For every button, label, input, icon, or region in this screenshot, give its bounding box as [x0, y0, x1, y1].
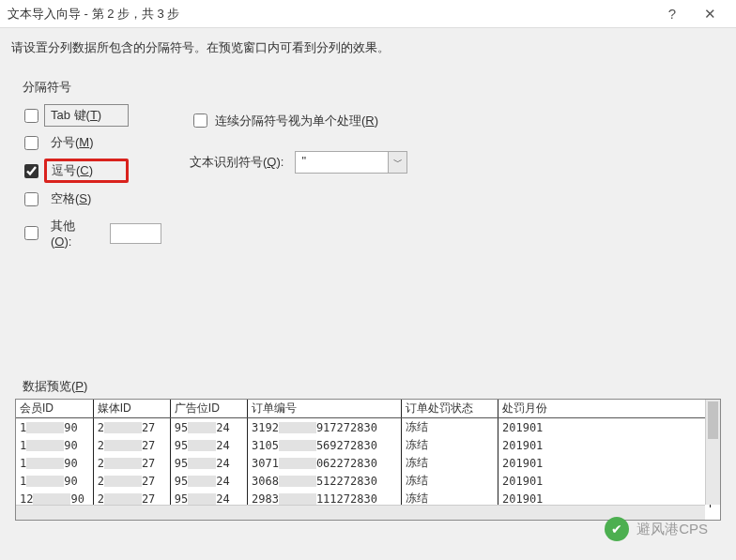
window-title: 文本导入向导 - 第 2 步，共 3 步 — [8, 6, 653, 23]
table-row: 19022795243105569272830冻结201901 — [16, 436, 711, 454]
table-cell: 9524 — [170, 454, 247, 472]
consecutive-option[interactable]: 连续分隔符号视为单个处理(R) — [190, 111, 715, 130]
label-space: 空格(S) — [44, 188, 129, 210]
chevron-down-icon[interactable]: ﹀ — [388, 152, 406, 173]
preview-pane: 会员ID 媒体ID 广告位ID 订单编号 订单处罚状态 处罚月份 1902279… — [15, 399, 721, 521]
table-cell: 201901 — [498, 472, 711, 490]
col-header-media: 媒体ID — [93, 400, 170, 418]
table-cell: 190 — [16, 472, 93, 490]
checkbox-other[interactable] — [24, 226, 38, 240]
table-row: 19022795243192917272830冻结201901 — [16, 418, 711, 437]
watermark: ✔ 避风港CPS — [605, 517, 708, 541]
label-tab: Tab 键(T) — [44, 104, 129, 127]
title-bar: 文本导入向导 - 第 2 步，共 3 步 ? ✕ — [0, 0, 736, 28]
table-cell: 227 — [93, 454, 170, 472]
qualifier-value: " — [296, 152, 388, 173]
table-cell: 9524 — [170, 472, 247, 490]
label-semicolon: 分号(M) — [44, 131, 129, 154]
delimiter-group: 分隔符号 Tab 键(T) 分号(M) 逗号(C) 空格(S) — [11, 69, 725, 265]
col-header-ad: 广告位ID — [170, 400, 247, 418]
table-cell: 201901 — [498, 418, 711, 437]
table-cell: 3105569272830 — [247, 436, 401, 454]
delimiter-options: Tab 键(T) 分号(M) 逗号(C) 空格(S) 其他(O): — [21, 99, 161, 256]
horizontal-scrollbar[interactable] — [16, 505, 705, 520]
checkbox-space[interactable] — [24, 192, 38, 206]
delimiter-other[interactable]: 其他(O): — [21, 215, 161, 251]
vertical-scrollbar[interactable] — [705, 400, 720, 505]
delimiter-group-label: 分隔符号 — [19, 79, 75, 96]
label-other: 其他(O): — [44, 215, 102, 251]
table-cell: 227 — [93, 418, 170, 437]
close-button[interactable]: ✕ — [691, 6, 728, 23]
delimiter-tab[interactable]: Tab 键(T) — [21, 104, 161, 127]
table-cell: 190 — [16, 418, 93, 437]
label-consecutive: 连续分隔符号视为单个处理(R) — [215, 113, 378, 129]
delimiter-space[interactable]: 空格(S) — [21, 188, 161, 210]
table-cell: 227 — [93, 436, 170, 454]
table-cell: 3071062272830 — [247, 454, 401, 472]
preview-table: 会员ID 媒体ID 广告位ID 订单编号 订单处罚状态 处罚月份 1902279… — [16, 400, 711, 507]
preview-label: 数据预览(P) — [19, 378, 91, 395]
watermark-logo-icon: ✔ — [605, 517, 629, 541]
table-cell: 201901 — [498, 436, 711, 454]
table-cell: 冻结 — [402, 454, 498, 472]
table-cell: 冻结 — [402, 436, 498, 454]
label-qualifier: 文本识别符号(Q): — [190, 154, 284, 171]
table-cell: 3192917272830 — [247, 418, 401, 437]
qualifier-select[interactable]: " ﹀ — [295, 151, 407, 174]
preview-group: 数据预览(P) 会员ID 媒体ID 广告位ID 订单编号 订单处罚状态 处罚月份… — [11, 369, 725, 522]
text-qualifier-row: 文本识别符号(Q): " ﹀ — [190, 151, 715, 174]
checkbox-tab[interactable] — [24, 109, 38, 123]
table-cell: 190 — [16, 436, 93, 454]
col-header-status: 订单处罚状态 — [402, 400, 498, 418]
checkbox-semicolon[interactable] — [24, 136, 38, 150]
table-row: 19022795243068512272830冻结201901 — [16, 472, 711, 490]
watermark-text: 避风港CPS — [636, 521, 708, 538]
table-cell: 201901 — [498, 454, 711, 472]
label-comma: 逗号(C) — [44, 159, 129, 183]
checkbox-comma[interactable] — [24, 164, 38, 178]
other-delimiter-input[interactable] — [110, 223, 161, 244]
col-header-month: 处罚月份 — [498, 400, 711, 418]
col-header-member: 会员ID — [16, 400, 93, 418]
table-cell: 3068512272830 — [247, 472, 401, 490]
table-cell: 9524 — [170, 436, 247, 454]
table-row: 19022795243071062272830冻结201901 — [16, 454, 711, 472]
table-cell: 190 — [16, 454, 93, 472]
table-cell: 冻结 — [402, 472, 498, 490]
table-cell: 227 — [93, 472, 170, 490]
delimiter-semicolon[interactable]: 分号(M) — [21, 131, 161, 154]
scrollbar-thumb[interactable] — [708, 401, 718, 439]
checkbox-consecutive[interactable] — [193, 114, 207, 128]
help-button[interactable]: ? — [653, 6, 691, 22]
col-header-order: 订单编号 — [247, 400, 401, 418]
instruction-text: 请设置分列数据所包含的分隔符号。在预览窗口内可看到分列的效果。 — [0, 28, 736, 64]
delimiter-comma[interactable]: 逗号(C) — [21, 159, 161, 183]
table-cell: 9524 — [170, 418, 247, 437]
table-cell: 冻结 — [402, 418, 498, 437]
